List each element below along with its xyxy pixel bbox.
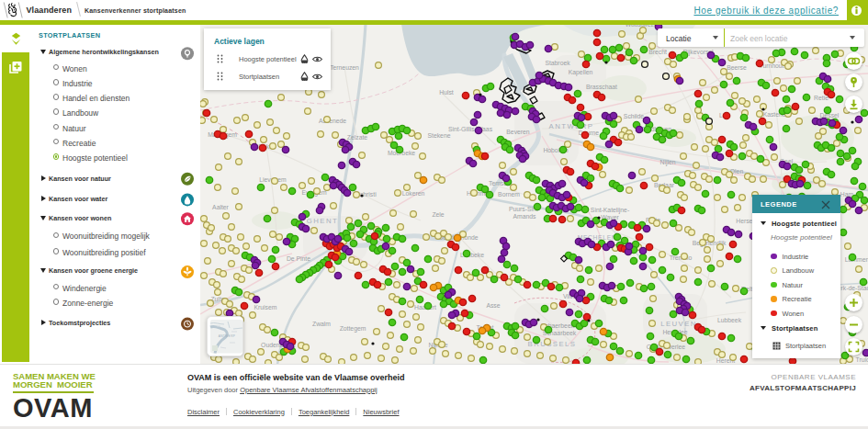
svg-text:Zelzate: Zelzate [347, 134, 368, 141]
svg-text:Stabroek: Stabroek [545, 60, 570, 66]
svg-text:LEUVEN: LEUVEN [660, 320, 697, 328]
svg-text:Beerse: Beerse [727, 64, 747, 71]
svg-text:Assenede: Assenede [319, 118, 346, 124]
svg-text:Zwalm: Zwalm [312, 321, 331, 327]
svg-text:ANTWERP: ANTWERP [219, 334, 236, 338]
svg-text:Zele: Zele [432, 211, 444, 218]
svg-text:Truide: Truide [855, 356, 868, 363]
svg-text:Kruisem: Kruisem [254, 304, 277, 310]
svg-text:Asse: Asse [486, 302, 500, 309]
svg-text:Stekene: Stekene [428, 132, 451, 139]
svg-text:De Pinte: De Pinte [287, 255, 310, 262]
svg-text:GHENT: GHENT [307, 217, 338, 225]
svg-text:Lubbeek: Lubbeek [717, 317, 742, 323]
svg-text:Tremelo: Tremelo [670, 254, 693, 261]
svg-text:Aalter: Aalter [212, 204, 229, 210]
svg-text:Sint-Katelijne-: Sint-Katelijne- [591, 207, 629, 214]
svg-text:Bornem: Bornem [498, 191, 520, 198]
svg-text:Schilde: Schilde [624, 113, 645, 119]
svg-text:Terneuzen: Terneuzen [330, 64, 359, 71]
svg-text:Sint-Gillis-Waas: Sint-Gillis-Waas [448, 126, 493, 132]
svg-text:Brecht: Brecht [648, 49, 667, 55]
svg-text:Kapellen: Kapellen [569, 69, 593, 76]
svg-text:Brasschaat: Brasschaat [586, 84, 617, 90]
svg-text:Beveren: Beveren [506, 129, 530, 135]
svg-text:Hulst: Hulst [439, 89, 454, 96]
svg-text:Nijlen: Nijlen [660, 159, 676, 166]
svg-text:Lummen: Lummen [845, 256, 868, 263]
svg-text:Amands: Amands [513, 213, 537, 220]
svg-text:Zottegem: Zottegem [340, 325, 366, 333]
svg-text:Lokeren: Lokeren [402, 190, 425, 197]
svg-text:ANTWERP: ANTWERP [549, 122, 594, 130]
